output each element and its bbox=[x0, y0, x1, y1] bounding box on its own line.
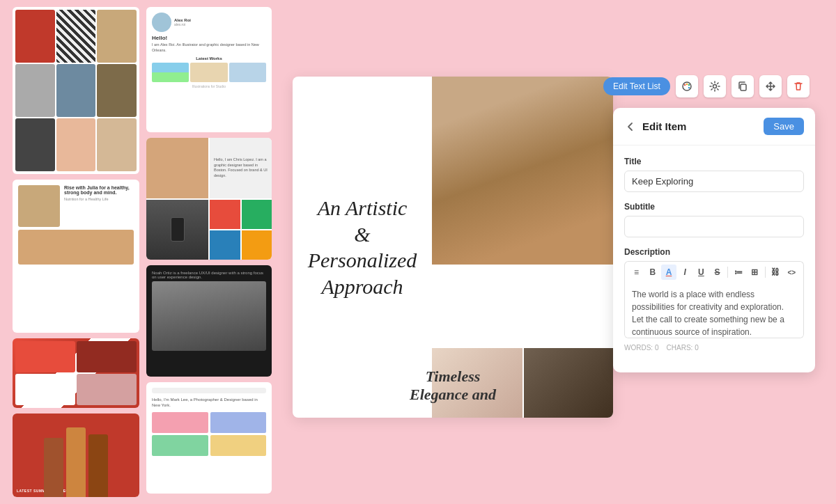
desc-align-btn[interactable]: ≡ bbox=[629, 265, 644, 280]
p2-img-2 bbox=[210, 412, 267, 433]
svg-point-2 bbox=[686, 84, 688, 85]
photo-grid-layout bbox=[13, 7, 139, 174]
canvas-left-text: An Artistic & Personalized Approach bbox=[293, 77, 432, 418]
panel-body: Title Subtitle Description ≡ B A I U S ≔… bbox=[613, 145, 815, 372]
portfolio2-bio: Hello, I'm Mark Lee, a Photographer & De… bbox=[152, 397, 266, 409]
move-button[interactable] bbox=[759, 75, 782, 97]
panel-header: Edit Item Save bbox=[613, 108, 815, 145]
panel-save-button[interactable]: Save bbox=[764, 118, 804, 135]
art-cell-2 bbox=[77, 341, 137, 372]
art-cell-4 bbox=[77, 374, 137, 405]
portfolio-bio: I am Alex Roi. An Illustrator and graphi… bbox=[152, 42, 266, 53]
desc-italic-btn[interactable]: I bbox=[678, 265, 692, 280]
art-cell-1 bbox=[15, 341, 75, 372]
settings-icon bbox=[709, 81, 720, 92]
desc-underline-btn[interactable]: U bbox=[694, 265, 709, 280]
graphic-text-cell: Hello, I am Chris Lopez. I am a graphic … bbox=[210, 138, 272, 198]
svg-point-4 bbox=[688, 87, 690, 88]
template-thumb-photo-grid[interactable] bbox=[13, 7, 139, 174]
settings-button[interactable] bbox=[704, 75, 726, 97]
graphic-inner-layout: Hello, I am Chris Lopez. I am a graphic … bbox=[146, 138, 272, 260]
blog-portrait bbox=[18, 185, 60, 227]
template-thumb-blog[interactable]: Rise with Julia for a healthy, strong bo… bbox=[13, 180, 139, 333]
fashion-figures bbox=[13, 414, 139, 497]
portfolio2-grid bbox=[152, 412, 266, 456]
blog-layout: Rise with Julia for a healthy, strong bo… bbox=[13, 180, 139, 333]
desc-toolbar-separator-2 bbox=[765, 267, 766, 278]
top-toolbar: Edit Text List bbox=[603, 75, 810, 97]
work-1 bbox=[152, 63, 189, 82]
template-thumb-fashion[interactable]: LATEST SUMMER COLLECTION bbox=[13, 414, 139, 497]
template-thumb-art[interactable] bbox=[13, 338, 139, 408]
edit-text-list-button[interactable]: Edit Text List bbox=[603, 77, 670, 95]
photo-cell-1 bbox=[15, 10, 55, 63]
graphic-face bbox=[146, 138, 208, 198]
panel-header-left: Edit Item bbox=[624, 120, 686, 133]
photo-cell-5 bbox=[56, 64, 96, 117]
blog-title: Rise with Julia for a healthy, strong bo… bbox=[64, 185, 134, 195]
p2-img-1 bbox=[152, 412, 208, 433]
svg-rect-6 bbox=[741, 84, 746, 90]
left-sidebar: Rise with Julia for a healthy, strong bo… bbox=[13, 7, 139, 497]
portfolio-works-grid bbox=[152, 63, 266, 82]
portfolio-greeting: Hello! bbox=[152, 35, 266, 41]
edit-item-panel: Edit Item Save Title Subtitle Descriptio… bbox=[613, 108, 815, 372]
art-cell-3 bbox=[15, 374, 75, 405]
portfolio-avatar bbox=[152, 13, 171, 32]
desc-bullets-btn[interactable]: ≔ bbox=[731, 265, 745, 280]
photo-cell-6 bbox=[97, 64, 137, 117]
graphic-colorful bbox=[210, 200, 272, 260]
photo-cell-7 bbox=[15, 118, 55, 171]
work-2 bbox=[190, 63, 227, 82]
move-icon bbox=[765, 81, 776, 92]
couple-image bbox=[432, 77, 613, 265]
template-thumb-graphic[interactable]: Hello, I am Chris Lopez. I am a graphic … bbox=[146, 138, 272, 260]
delete-icon bbox=[793, 81, 804, 92]
canvas-title-line3: Approach bbox=[321, 275, 403, 298]
subtitle-input[interactable] bbox=[624, 216, 804, 237]
blog-subtitle: Nutrition for a Healthy Life bbox=[64, 197, 134, 201]
photo-cell-9 bbox=[97, 118, 137, 171]
desc-color-btn[interactable]: A bbox=[661, 265, 676, 280]
palette-button[interactable] bbox=[676, 75, 698, 97]
photo-cell-4 bbox=[15, 64, 55, 117]
description-field-group: Description ≡ B A I U S ≔ ⊞ ⛓ <> WORDS: … bbox=[624, 247, 804, 352]
delete-button[interactable] bbox=[787, 75, 810, 97]
art-layout bbox=[13, 338, 139, 408]
canvas-top-image bbox=[432, 77, 613, 265]
fashion-layout: LATEST SUMMER COLLECTION bbox=[13, 414, 139, 497]
graphic-bio: Hello, I am Chris Lopez. I am a graphic … bbox=[214, 157, 268, 179]
template-thumb-portfolio2[interactable]: Hello, I'm Mark Lee, a Photographer & De… bbox=[146, 382, 272, 494]
main-canvas: An Artistic & Personalized Approach Time… bbox=[293, 77, 613, 418]
canvas-title-line1: An Artistic bbox=[318, 196, 408, 219]
template-thumb-dark[interactable]: Noah Ortiz is a freelance UX/UI designer… bbox=[146, 265, 272, 377]
photo-cell-3 bbox=[97, 10, 137, 63]
svg-point-1 bbox=[684, 84, 686, 86]
canvas-bottom-text: Timeless Elegance and bbox=[293, 368, 613, 404]
photo-cell-8 bbox=[56, 118, 96, 171]
copy-icon bbox=[737, 81, 748, 92]
work-3 bbox=[229, 63, 266, 82]
panel-back-button[interactable] bbox=[624, 120, 637, 133]
description-textarea[interactable] bbox=[624, 283, 804, 338]
desc-strikethrough-btn[interactable]: S bbox=[710, 265, 725, 280]
canvas-title: An Artistic & Personalized Approach bbox=[308, 195, 417, 299]
graphic-phone-area bbox=[146, 200, 208, 260]
desc-code-btn[interactable]: <> bbox=[784, 265, 799, 280]
portfolio-location: alex.roi bbox=[174, 22, 191, 26]
template-thumb-portfolio[interactable]: Alex Roi alex.roi Hello! I am Alex Roi. … bbox=[146, 7, 272, 132]
photo-cell-2 bbox=[56, 10, 96, 63]
desc-bold-btn[interactable]: B bbox=[645, 265, 660, 280]
desc-numbers-btn[interactable]: ⊞ bbox=[747, 265, 761, 280]
title-input[interactable] bbox=[624, 171, 804, 192]
subtitle-label: Subtitle bbox=[624, 202, 804, 212]
word-count: WORDS: 0 CHARS: 0 bbox=[624, 344, 804, 352]
back-icon bbox=[624, 120, 637, 133]
palette-icon bbox=[681, 81, 692, 92]
canvas-title-line2: Personalized bbox=[308, 249, 417, 271]
portfolio-work-label: Illustrations for Studio bbox=[152, 84, 266, 88]
desc-link-btn[interactable]: ⛓ bbox=[768, 265, 783, 280]
subtitle-field-group: Subtitle bbox=[624, 202, 804, 237]
copy-button[interactable] bbox=[732, 75, 754, 97]
canvas-bottom-heading: Timeless Elegance and bbox=[293, 368, 613, 404]
